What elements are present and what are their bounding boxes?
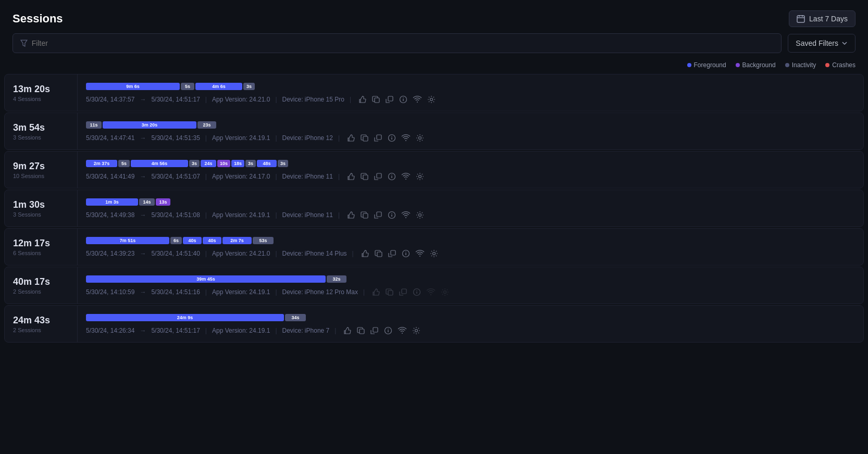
settings-icon[interactable] — [430, 249, 438, 258]
session-row[interactable]: 3m 54s 3 Sessions 11s3m 20s23s 5/30/24, … — [4, 112, 864, 150]
saved-filters-button[interactable]: Saved Filters — [788, 34, 855, 53]
separator1: | — [205, 250, 207, 257]
time-start: 5/30/24, 14:49:38 — [86, 211, 134, 219]
thumbs-up-icon[interactable] — [372, 288, 380, 296]
session-left: 1m 30s 3 Sessions — [5, 190, 78, 226]
timeline-segment: 39m 45s — [86, 275, 326, 283]
legend-label-background: Background — [742, 61, 776, 69]
meta-icons — [361, 249, 438, 258]
wifi-icon[interactable] — [401, 211, 411, 219]
session-row[interactable]: 40m 17s 2 Sessions 39m 45s32s 5/30/24, 1… — [4, 267, 864, 304]
thumbs-up-icon[interactable] — [358, 95, 367, 104]
svg-point-16 — [391, 136, 392, 137]
filter-input[interactable] — [32, 39, 774, 47]
svg-point-11 — [430, 98, 433, 101]
wifi-icon[interactable] — [401, 134, 411, 142]
time-start: 5/30/24, 14:26:34 — [86, 327, 134, 334]
info-icon[interactable] — [388, 172, 396, 181]
session-left: 24m 43s 2 Sessions — [5, 306, 78, 342]
thumbs-up-icon[interactable] — [347, 211, 355, 219]
wifi-icon[interactable] — [415, 249, 425, 258]
session-right: 1m 3s14s13s 5/30/24, 14:49:38 → 5/30/24,… — [78, 190, 863, 226]
legend-label-foreground: Foreground — [694, 61, 726, 69]
arrow-icon: → — [140, 211, 146, 219]
time-end: 5/30/24, 14:51:17 — [151, 96, 200, 103]
page-header: Sessions Last 7 Days — [0, 0, 868, 33]
session-count: 10 Sessions — [13, 173, 69, 179]
svg-point-17 — [405, 140, 406, 141]
share-icon[interactable] — [399, 288, 407, 296]
session-row[interactable]: 9m 27s 10 Sessions 2m 37s5s4m 56s3s24s10… — [4, 151, 864, 188]
share-icon[interactable] — [374, 172, 382, 181]
separator2: | — [275, 96, 277, 103]
calendar-icon — [797, 15, 805, 23]
session-row[interactable]: 12m 17s 6 Sessions 7m 51s6s40s40s2m 7s53… — [4, 228, 864, 266]
share-icon[interactable] — [370, 326, 379, 335]
wifi-icon[interactable] — [398, 326, 407, 335]
sessions-list: 13m 20s 4 Sessions 9m 6s5s4m 6s3s 5/30/2… — [0, 74, 868, 343]
timeline-segment: 24s — [201, 160, 216, 167]
svg-rect-47 — [359, 329, 364, 334]
settings-icon[interactable] — [427, 95, 436, 104]
timeline-segment: 3s — [243, 83, 255, 90]
settings-icon[interactable] — [412, 326, 420, 335]
info-icon[interactable] — [399, 95, 407, 104]
share-icon[interactable] — [388, 249, 396, 258]
meta-icons — [358, 95, 436, 104]
timeline-segment: 5s — [181, 83, 194, 90]
wifi-icon[interactable] — [401, 172, 411, 181]
svg-point-37 — [405, 251, 406, 253]
timeline-segment: 1m 3s — [86, 198, 138, 206]
svg-rect-5 — [375, 98, 379, 103]
settings-icon[interactable] — [416, 211, 424, 219]
info-icon[interactable] — [384, 326, 392, 335]
copy-icon[interactable] — [361, 172, 369, 181]
session-row[interactable]: 1m 30s 3 Sessions 1m 3s14s13s 5/30/24, 1… — [4, 190, 864, 227]
thumbs-up-icon[interactable] — [361, 249, 369, 258]
info-icon[interactable] — [388, 134, 396, 142]
copy-icon[interactable] — [375, 249, 383, 258]
meta-icons — [372, 288, 449, 296]
settings-icon[interactable] — [416, 134, 424, 142]
info-icon[interactable] — [388, 211, 396, 219]
copy-icon[interactable] — [361, 134, 369, 142]
svg-point-10 — [417, 102, 418, 103]
thumbs-up-icon[interactable] — [347, 134, 355, 142]
share-icon[interactable] — [374, 134, 382, 142]
session-row[interactable]: 13m 20s 4 Sessions 9m 6s5s4m 6s3s 5/30/2… — [4, 74, 864, 111]
copy-icon[interactable] — [361, 211, 369, 219]
time-end: 5/30/24, 14:51:35 — [151, 134, 200, 142]
meta-icons — [347, 134, 424, 142]
copy-icon[interactable] — [386, 288, 394, 296]
meta-icons — [343, 326, 420, 335]
date-range-button[interactable]: Last 7 Days — [789, 10, 855, 27]
wifi-icon[interactable] — [413, 95, 422, 104]
wifi-icon[interactable] — [426, 288, 436, 296]
thumbs-up-icon[interactable] — [347, 172, 355, 181]
session-count: 3 Sessions — [13, 211, 69, 218]
session-duration: 3m 54s — [13, 122, 69, 133]
time-end: 5/30/24, 14:51:07 — [151, 173, 200, 180]
copy-icon[interactable] — [372, 95, 380, 104]
app-version-label: App Version: 24.19.1 — [212, 327, 270, 334]
date-range-label: Last 7 Days — [809, 15, 848, 23]
copy-icon[interactable] — [357, 326, 365, 335]
info-icon[interactable] — [413, 288, 421, 296]
settings-icon[interactable] — [416, 172, 424, 181]
svg-point-9 — [403, 97, 404, 98]
session-right: 9m 6s5s4m 6s3s 5/30/24, 14:37:57 → 5/30/… — [78, 74, 863, 111]
settings-icon[interactable] — [441, 288, 449, 296]
share-icon[interactable] — [386, 95, 394, 104]
info-icon[interactable] — [402, 249, 410, 258]
session-row[interactable]: 24m 43s 2 Sessions 24m 9s34s 5/30/24, 14… — [4, 305, 864, 343]
share-icon[interactable] — [374, 211, 382, 219]
svg-point-24 — [405, 179, 406, 180]
svg-point-44 — [416, 290, 417, 291]
timeline-segment: 2m 7s — [222, 237, 252, 244]
thumbs-up-icon[interactable] — [343, 326, 352, 335]
timeline-segment: 18s — [231, 160, 244, 167]
session-duration: 24m 43s — [13, 315, 69, 326]
session-duration: 13m 20s — [13, 84, 69, 95]
filter-bar: Saved Filters — [0, 33, 868, 59]
legend-dot-foreground — [687, 63, 691, 67]
